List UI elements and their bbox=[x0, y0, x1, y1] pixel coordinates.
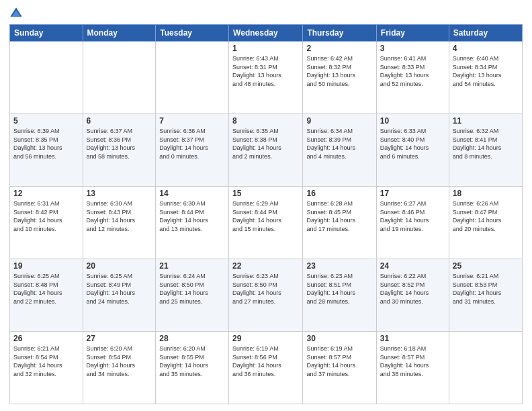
calendar-cell: 23Sunrise: 6:23 AM Sunset: 8:51 PM Dayli… bbox=[303, 259, 376, 332]
calendar-cell: 19Sunrise: 6:25 AM Sunset: 8:48 PM Dayli… bbox=[10, 259, 83, 332]
cell-day-number: 11 bbox=[453, 116, 519, 126]
cell-info: Sunrise: 6:24 AM Sunset: 8:50 PM Dayligh… bbox=[159, 272, 225, 306]
cell-info: Sunrise: 6:28 AM Sunset: 8:45 PM Dayligh… bbox=[306, 199, 372, 233]
cell-day-number: 15 bbox=[232, 189, 299, 198]
cell-info: Sunrise: 6:19 AM Sunset: 8:56 PM Dayligh… bbox=[232, 345, 299, 378]
cell-day-number: 23 bbox=[306, 261, 372, 271]
calendar-cell: 25Sunrise: 6:21 AM Sunset: 8:53 PM Dayli… bbox=[449, 259, 522, 332]
cell-day-number: 5 bbox=[13, 116, 79, 126]
calendar-cell: 22Sunrise: 6:23 AM Sunset: 8:50 PM Dayli… bbox=[229, 259, 303, 332]
cell-day-number: 30 bbox=[306, 334, 372, 343]
calendar-cell: 5Sunrise: 6:39 AM Sunset: 8:35 PM Daylig… bbox=[10, 114, 83, 187]
cell-day-number: 20 bbox=[87, 261, 152, 271]
calendar-table: SundayMondayTuesdayWednesdayThursdayFrid… bbox=[9, 24, 523, 404]
cell-info: Sunrise: 6:29 AM Sunset: 8:44 PM Dayligh… bbox=[232, 199, 299, 233]
calendar-cell: 14Sunrise: 6:30 AM Sunset: 8:44 PM Dayli… bbox=[156, 187, 229, 259]
calendar-week-row: 5Sunrise: 6:39 AM Sunset: 8:35 PM Daylig… bbox=[10, 114, 523, 187]
cell-day-number: 24 bbox=[380, 261, 445, 271]
cell-day-number: 7 bbox=[159, 116, 225, 126]
cell-info: Sunrise: 6:41 AM Sunset: 8:33 PM Dayligh… bbox=[380, 54, 445, 88]
calendar-cell: 3Sunrise: 6:41 AM Sunset: 8:33 PM Daylig… bbox=[376, 42, 449, 114]
calendar-cell: 6Sunrise: 6:37 AM Sunset: 8:36 PM Daylig… bbox=[83, 114, 156, 187]
cell-day-number: 14 bbox=[159, 189, 225, 198]
calendar-week-row: 19Sunrise: 6:25 AM Sunset: 8:48 PM Dayli… bbox=[10, 259, 523, 332]
cell-info: Sunrise: 6:40 AM Sunset: 8:34 PM Dayligh… bbox=[453, 54, 519, 88]
header bbox=[9, 7, 523, 20]
calendar-cell: 16Sunrise: 6:28 AM Sunset: 8:45 PM Dayli… bbox=[303, 187, 376, 259]
cell-info: Sunrise: 6:23 AM Sunset: 8:51 PM Dayligh… bbox=[306, 272, 372, 306]
cell-day-number: 3 bbox=[380, 44, 445, 53]
cell-info: Sunrise: 6:30 AM Sunset: 8:43 PM Dayligh… bbox=[87, 199, 152, 233]
calendar-cell: 11Sunrise: 6:32 AM Sunset: 8:41 PM Dayli… bbox=[449, 114, 522, 187]
cell-info: Sunrise: 6:27 AM Sunset: 8:46 PM Dayligh… bbox=[380, 199, 445, 233]
calendar-cell: 10Sunrise: 6:33 AM Sunset: 8:40 PM Dayli… bbox=[376, 114, 449, 187]
cell-info: Sunrise: 6:20 AM Sunset: 8:55 PM Dayligh… bbox=[159, 345, 225, 378]
cell-info: Sunrise: 6:23 AM Sunset: 8:50 PM Dayligh… bbox=[232, 272, 299, 306]
logo-icon bbox=[9, 7, 23, 20]
cell-info: Sunrise: 6:19 AM Sunset: 8:57 PM Dayligh… bbox=[306, 345, 372, 378]
calendar-cell: 21Sunrise: 6:24 AM Sunset: 8:50 PM Dayli… bbox=[156, 259, 229, 332]
calendar-week-row: 26Sunrise: 6:21 AM Sunset: 8:54 PM Dayli… bbox=[10, 332, 523, 404]
calendar-cell: 9Sunrise: 6:34 AM Sunset: 8:39 PM Daylig… bbox=[303, 114, 376, 187]
cell-info: Sunrise: 6:25 AM Sunset: 8:48 PM Dayligh… bbox=[13, 272, 79, 306]
cell-day-number: 25 bbox=[453, 261, 519, 271]
cell-info: Sunrise: 6:32 AM Sunset: 8:41 PM Dayligh… bbox=[453, 127, 519, 161]
cell-day-number: 9 bbox=[306, 116, 372, 126]
logo bbox=[9, 7, 26, 20]
calendar-cell bbox=[156, 42, 229, 114]
cell-info: Sunrise: 6:30 AM Sunset: 8:44 PM Dayligh… bbox=[159, 199, 225, 233]
cell-info: Sunrise: 6:36 AM Sunset: 8:37 PM Dayligh… bbox=[159, 127, 225, 161]
weekday-header: Monday bbox=[83, 25, 156, 42]
calendar-cell: 24Sunrise: 6:22 AM Sunset: 8:52 PM Dayli… bbox=[376, 259, 449, 332]
calendar-cell: 17Sunrise: 6:27 AM Sunset: 8:46 PM Dayli… bbox=[376, 187, 449, 259]
cell-info: Sunrise: 6:20 AM Sunset: 8:54 PM Dayligh… bbox=[87, 345, 152, 378]
calendar-cell bbox=[449, 332, 522, 404]
cell-day-number: 19 bbox=[13, 261, 79, 271]
cell-info: Sunrise: 6:25 AM Sunset: 8:49 PM Dayligh… bbox=[87, 272, 152, 306]
calendar-cell: 18Sunrise: 6:26 AM Sunset: 8:47 PM Dayli… bbox=[449, 187, 522, 259]
cell-info: Sunrise: 6:18 AM Sunset: 8:57 PM Dayligh… bbox=[380, 345, 445, 378]
weekday-header: Friday bbox=[376, 25, 449, 42]
calendar-cell: 1Sunrise: 6:43 AM Sunset: 8:31 PM Daylig… bbox=[229, 42, 303, 114]
cell-info: Sunrise: 6:39 AM Sunset: 8:35 PM Dayligh… bbox=[13, 127, 79, 161]
calendar-cell: 13Sunrise: 6:30 AM Sunset: 8:43 PM Dayli… bbox=[83, 187, 156, 259]
cell-day-number: 8 bbox=[232, 116, 299, 126]
cell-day-number: 22 bbox=[232, 261, 299, 271]
cell-day-number: 28 bbox=[159, 334, 225, 343]
cell-day-number: 29 bbox=[232, 334, 299, 343]
cell-info: Sunrise: 6:43 AM Sunset: 8:31 PM Dayligh… bbox=[232, 54, 299, 88]
weekday-header: Thursday bbox=[303, 25, 376, 42]
calendar-cell: 28Sunrise: 6:20 AM Sunset: 8:55 PM Dayli… bbox=[156, 332, 229, 404]
calendar-cell: 27Sunrise: 6:20 AM Sunset: 8:54 PM Dayli… bbox=[83, 332, 156, 404]
weekday-header: Sunday bbox=[10, 25, 83, 42]
cell-info: Sunrise: 6:33 AM Sunset: 8:40 PM Dayligh… bbox=[380, 127, 445, 161]
cell-info: Sunrise: 6:22 AM Sunset: 8:52 PM Dayligh… bbox=[380, 272, 445, 306]
cell-day-number: 2 bbox=[306, 44, 372, 53]
cell-info: Sunrise: 6:31 AM Sunset: 8:42 PM Dayligh… bbox=[13, 199, 79, 233]
cell-day-number: 1 bbox=[232, 44, 299, 53]
cell-day-number: 16 bbox=[306, 189, 372, 198]
calendar-cell: 31Sunrise: 6:18 AM Sunset: 8:57 PM Dayli… bbox=[376, 332, 449, 404]
calendar-week-row: 1Sunrise: 6:43 AM Sunset: 8:31 PM Daylig… bbox=[10, 42, 523, 114]
cell-info: Sunrise: 6:21 AM Sunset: 8:53 PM Dayligh… bbox=[453, 272, 519, 306]
weekday-header: Tuesday bbox=[156, 25, 229, 42]
cell-day-number: 31 bbox=[380, 334, 445, 343]
cell-day-number: 17 bbox=[380, 189, 445, 198]
cell-day-number: 12 bbox=[13, 189, 79, 198]
cell-info: Sunrise: 6:42 AM Sunset: 8:32 PM Dayligh… bbox=[306, 54, 372, 88]
cell-day-number: 10 bbox=[380, 116, 445, 126]
cell-info: Sunrise: 6:26 AM Sunset: 8:47 PM Dayligh… bbox=[453, 199, 519, 233]
weekday-header: Wednesday bbox=[229, 25, 303, 42]
calendar-cell: 2Sunrise: 6:42 AM Sunset: 8:32 PM Daylig… bbox=[303, 42, 376, 114]
calendar-cell: 15Sunrise: 6:29 AM Sunset: 8:44 PM Dayli… bbox=[229, 187, 303, 259]
cell-info: Sunrise: 6:21 AM Sunset: 8:54 PM Dayligh… bbox=[13, 345, 79, 378]
calendar-cell: 8Sunrise: 6:35 AM Sunset: 8:38 PM Daylig… bbox=[229, 114, 303, 187]
cell-day-number: 21 bbox=[159, 261, 225, 271]
cell-day-number: 13 bbox=[87, 189, 152, 198]
cell-day-number: 26 bbox=[13, 334, 79, 343]
page: SundayMondayTuesdayWednesdayThursdayFrid… bbox=[0, 0, 532, 411]
calendar-cell: 7Sunrise: 6:36 AM Sunset: 8:37 PM Daylig… bbox=[156, 114, 229, 187]
calendar-cell: 20Sunrise: 6:25 AM Sunset: 8:49 PM Dayli… bbox=[83, 259, 156, 332]
calendar-cell bbox=[83, 42, 156, 114]
cell-day-number: 18 bbox=[453, 189, 519, 198]
